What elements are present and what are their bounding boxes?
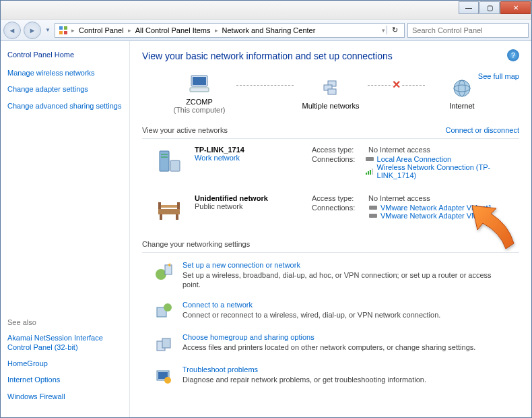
connections-label: Connections: (312, 204, 368, 220)
map-connector (236, 85, 294, 86)
setting-desc: Connect or reconnect to a wireless, wire… (182, 310, 440, 320)
maximize-button[interactable]: ▢ (479, 1, 500, 14)
troubleshoot-icon (153, 365, 174, 387)
sidebar-link-sharing[interactable]: Change advanced sharing settings (7, 101, 123, 111)
wifi-bars-icon (365, 168, 374, 175)
breadcrumb-item[interactable]: Control Panel (76, 26, 127, 34)
sidebar: Control Panel Home Manage wireless netwo… (1, 41, 130, 417)
map-node-label: Internet (449, 102, 474, 110)
svg-point-10 (454, 80, 470, 96)
connection-link-wifi[interactable]: Wireless Network Connection (TP-LINK_171… (365, 163, 519, 179)
titlebar: — ▢ ✕ (1, 1, 531, 20)
ethernet-icon (368, 204, 378, 211)
network-block: TP-LINK_1714 Work network Access type:No… (142, 140, 519, 189)
map-node-label: Multiple networks (302, 102, 360, 110)
content: ? View your basic network information an… (130, 41, 531, 417)
sidebar-seealso-akamai[interactable]: Akamai NetSession Interface Control Pane… (7, 333, 123, 353)
active-networks-header: View your active networks Connect or dis… (142, 126, 519, 134)
connections-label: Connections: (312, 155, 365, 179)
network-block: Unidentified network Public network Acce… (142, 189, 519, 235)
sidebar-seealso-homegroup[interactable]: HomeGroup (7, 359, 123, 368)
svg-rect-14 (161, 154, 168, 155)
svg-rect-9 (328, 89, 336, 94)
refresh-button[interactable]: ↻ (387, 26, 403, 34)
svg-rect-22 (158, 205, 180, 208)
sidebar-seealso-firewall[interactable]: Windows Firewall (7, 392, 123, 401)
chevron-right-icon[interactable]: ▸ (70, 27, 76, 34)
network-type: Public network (195, 202, 302, 210)
connect-disconnect-link[interactable]: Connect or disconnect (446, 126, 519, 134)
connection-link-vmnet8[interactable]: VMware Network Adapter VMnet8 (368, 212, 492, 220)
svg-rect-3 (64, 31, 67, 34)
search-input[interactable] (407, 23, 529, 38)
breadcrumb-dropdown[interactable]: ▾ (380, 27, 387, 34)
svg-rect-16 (170, 160, 180, 171)
navbar: ◄ ► ▼ ▸ Control Panel ▸ All Control Pane… (1, 20, 531, 41)
help-icon[interactable]: ? (507, 49, 519, 61)
setting-title-link[interactable]: Connect to a network (182, 301, 440, 309)
network-name: Unidentified network (195, 194, 302, 202)
setting-title-link[interactable]: Set up a new connection or network (182, 261, 492, 269)
svg-rect-24 (160, 214, 162, 220)
globe-icon (450, 76, 474, 100)
svg-rect-26 (158, 202, 161, 209)
setting-connect: Connect to a networkConnect or reconnect… (142, 295, 519, 328)
new-connection-icon (153, 261, 174, 282)
svg-rect-25 (176, 214, 178, 220)
body: Control Panel Home Manage wireless netwo… (1, 41, 531, 417)
server-icon (153, 146, 185, 178)
see-also-header: See also (7, 318, 123, 326)
bench-icon (153, 194, 185, 227)
networks-icon (319, 76, 343, 100)
map-node-computer: ZCOMP (This computer) (162, 72, 236, 114)
nav-back-button[interactable]: ◄ (3, 22, 21, 39)
computer-icon (187, 72, 211, 96)
connection-link-vmnet1[interactable]: VMware Network Adapter VMnet1 (368, 204, 492, 212)
map-node-multiple: Multiple networks (294, 76, 368, 110)
see-full-map-link[interactable]: See full map (478, 72, 519, 80)
map-node-internet: Internet (425, 76, 499, 110)
svg-rect-29 (369, 214, 377, 218)
control-panel-home-link[interactable]: Control Panel Home (7, 51, 123, 59)
svg-rect-19 (368, 171, 369, 175)
svg-rect-27 (177, 202, 180, 209)
breadcrumb[interactable]: ▸ Control Panel ▸ All Control Panel Item… (55, 23, 405, 38)
access-type-value: No Internet access (368, 146, 430, 154)
setting-homegroup: Choose homegroup and sharing optionsAcce… (142, 328, 519, 360)
svg-rect-31 (165, 265, 172, 274)
homegroup-icon (153, 333, 174, 355)
nav-history-dropdown[interactable]: ▼ (44, 22, 52, 39)
breadcrumb-item[interactable]: Network and Sharing Center (220, 26, 319, 34)
sidebar-seealso-internet[interactable]: Internet Options (7, 375, 123, 384)
network-name: TP-LINK_1714 (195, 146, 302, 154)
svg-rect-5 (193, 77, 206, 85)
sidebar-link-wireless[interactable]: Manage wireless networks (7, 68, 123, 78)
sidebar-link-adapter[interactable]: Change adapter settings (7, 84, 123, 94)
svg-rect-0 (59, 26, 63, 30)
svg-rect-15 (161, 156, 168, 158)
x-icon: ✕ (392, 78, 401, 91)
minimize-button[interactable]: — (459, 1, 479, 14)
chevron-right-icon[interactable]: ▸ (213, 27, 220, 34)
svg-point-33 (164, 303, 172, 311)
connect-network-icon (153, 301, 174, 322)
access-type-label: Access type: (312, 194, 368, 202)
nav-forward-button[interactable]: ► (24, 22, 41, 39)
setting-title-link[interactable]: Troubleshoot problems (182, 365, 426, 374)
svg-rect-1 (64, 26, 67, 30)
setting-desc: Access files and printers located on oth… (182, 342, 475, 352)
svg-rect-28 (369, 206, 377, 210)
setting-desc: Set up a wireless, broadband, dial-up, a… (182, 270, 492, 290)
svg-rect-2 (59, 31, 63, 34)
connection-link-lan[interactable]: Local Area Connection (365, 155, 519, 163)
map-node-label: ZCOMP (186, 98, 213, 106)
setting-desc: Diagnose and repair network problems, or… (182, 375, 426, 384)
chevron-right-icon[interactable]: ▸ (127, 27, 133, 34)
close-button[interactable]: ✕ (500, 1, 531, 14)
svg-point-38 (164, 377, 171, 384)
network-map: See full map ZCOMP (This computer) Multi… (142, 72, 519, 121)
setting-title-link[interactable]: Choose homegroup and sharing options (182, 333, 475, 341)
network-type-link[interactable]: Work network (195, 154, 302, 162)
breadcrumb-item[interactable]: All Control Panel Items (133, 26, 213, 34)
setting-setup: Set up a new connection or networkSet up… (142, 256, 519, 295)
